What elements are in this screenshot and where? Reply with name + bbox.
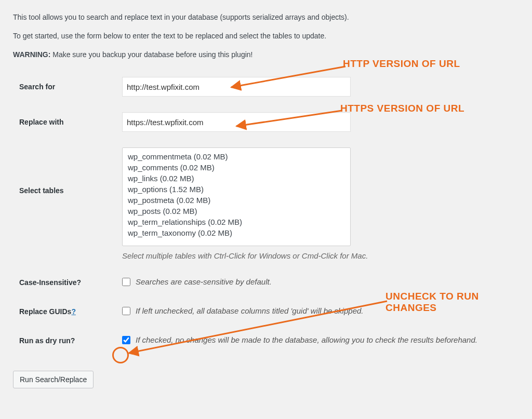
run-search-replace-button[interactable]: Run Search/Replace — [13, 371, 94, 388]
replace-guids-label: Replace GUIDs? — [13, 297, 117, 326]
dry-run-checkbox[interactable] — [122, 336, 130, 344]
annotation-label-http: HTTP VERSION OF URL — [343, 58, 460, 70]
warning-text: Make sure you backup your database befor… — [50, 50, 252, 59]
search-for-label: Search for — [13, 69, 117, 104]
intro-line1: This tool allows you to search and repla… — [13, 13, 519, 21]
table-option[interactable]: wp_commentmeta (0.02 MB) — [125, 151, 348, 162]
select-tables-list[interactable]: wp_commentmeta (0.02 MB)wp_comments (0.0… — [122, 147, 351, 246]
intro-block: This tool allows you to search and repla… — [13, 13, 519, 59]
table-option[interactable]: wp_term_taxonomy (0.02 MB) — [125, 227, 348, 238]
table-option[interactable]: wp_comments (0.02 MB) — [125, 162, 348, 173]
table-option[interactable]: wp_postmeta (0.02 MB) — [125, 195, 348, 206]
replace-guids-desc: If left unchecked, all database columns … — [136, 306, 363, 315]
submit-row: Run Search/Replace — [13, 371, 519, 388]
intro-warning: WARNING: Make sure you backup your datab… — [13, 50, 519, 59]
dry-run-label: Run as dry run? — [13, 326, 117, 355]
replace-guids-help-link[interactable]: ? — [71, 307, 76, 316]
replace-guids-checkbox[interactable] — [122, 307, 130, 315]
table-option[interactable]: wp_links (0.02 MB) — [125, 173, 348, 184]
intro-line2: To get started, use the form below to en… — [13, 32, 519, 40]
dry-run-desc: If checked, no changes will be made to t… — [136, 335, 477, 344]
warning-label: WARNING: — [13, 50, 50, 59]
table-option[interactable]: wp_options (1.52 MB) — [125, 184, 348, 195]
case-insensitive-desc: Searches are case-sensitive by default. — [136, 277, 272, 286]
table-option[interactable]: wp_posts (0.02 MB) — [125, 206, 348, 217]
replace-with-label: Replace with — [13, 104, 117, 140]
case-insensitive-label: Case-Insensitive? — [13, 268, 117, 297]
table-option[interactable]: wp_term_relationships (0.02 MB) — [125, 217, 348, 227]
select-tables-hint: Select multiple tables with Ctrl-Click f… — [122, 251, 514, 260]
settings-form: Search for Replace with Select tables wp… — [13, 69, 519, 355]
replace-guids-label-text: Replace GUIDs — [19, 307, 71, 316]
select-tables-label: Select tables — [13, 140, 117, 268]
search-for-input[interactable] — [122, 77, 351, 97]
case-insensitive-checkbox[interactable] — [122, 278, 130, 286]
replace-with-input[interactable] — [122, 112, 351, 132]
